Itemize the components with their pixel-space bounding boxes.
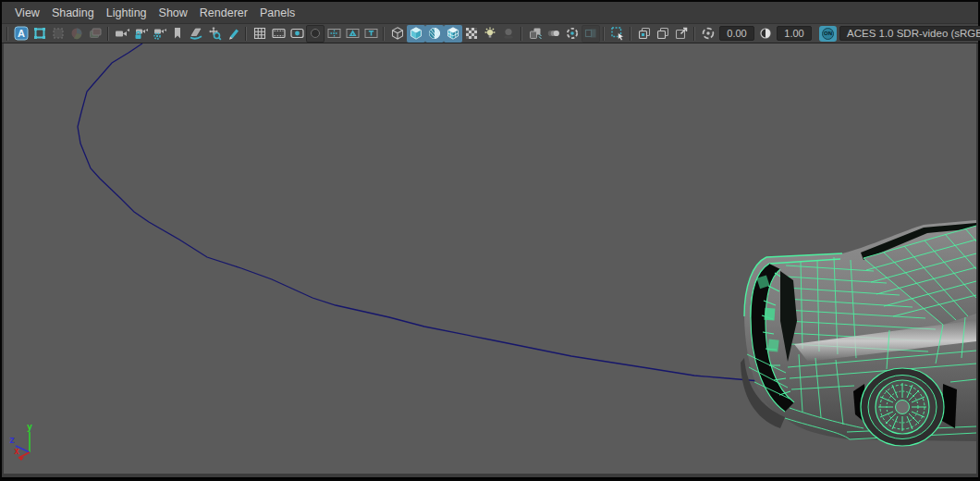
toolbar-separator: [107, 27, 110, 41]
textured-button[interactable]: [444, 25, 462, 43]
viewport-3d[interactable]: y z x: [2, 43, 978, 474]
grid-icon: [252, 26, 267, 41]
toolbar-separator: [6, 27, 9, 41]
snapshot-layer-button[interactable]: [635, 25, 654, 43]
exposure-button[interactable]: [699, 25, 717, 43]
maya-viewport-panel: View Shading Lighting Show Renderer Pane…: [0, 0, 980, 481]
motion-blur-button[interactable]: [545, 25, 563, 43]
lock-camera-icon: [133, 26, 149, 41]
toolbar-separator: [245, 27, 248, 41]
export-view-icon: [674, 26, 689, 41]
color-management-group: ON ACES 1.0 SDR-video (sRGB): [699, 25, 980, 43]
color-management-toggle[interactable]: ON: [819, 26, 837, 42]
menu-lighting[interactable]: Lighting: [106, 6, 147, 19]
axis-triad: y z x: [9, 422, 32, 461]
gamma-button[interactable]: [756, 25, 775, 43]
camera-attributes-button[interactable]: [150, 25, 168, 43]
exposure-input[interactable]: [719, 26, 754, 41]
depth-of-field-button[interactable]: [582, 25, 600, 43]
gate-mask-icon: [308, 26, 323, 41]
film-gate-icon: [271, 26, 287, 41]
safe-action-icon: [345, 26, 361, 41]
gamma-input[interactable]: [777, 26, 812, 41]
selection-frame-button[interactable]: [31, 25, 49, 43]
snapshot-layer-icon: [637, 26, 652, 41]
svg-text:x: x: [14, 446, 19, 456]
wireframe-button[interactable]: [388, 25, 407, 43]
safe-title-button[interactable]: [361, 25, 380, 43]
pie-chart-button[interactable]: [67, 25, 86, 43]
isolate-select-button[interactable]: [608, 25, 627, 43]
isolate-select-icon: [610, 26, 626, 41]
safe-action-button[interactable]: [343, 25, 361, 43]
duplicate-view-button[interactable]: [654, 25, 672, 43]
toolbar-separator: [693, 27, 696, 41]
motion-path-curve[interactable]: [78, 43, 760, 381]
gamma-icon: [758, 26, 773, 41]
menu-show[interactable]: Show: [159, 6, 188, 19]
anti-aliasing-button[interactable]: [563, 25, 582, 43]
lock-camera-button[interactable]: [131, 25, 150, 43]
view-transform-field[interactable]: ACES 1.0 SDR-video (sRGB): [839, 26, 980, 41]
grid-button[interactable]: [251, 25, 269, 43]
toolbar-separator: [521, 27, 523, 41]
menu-view[interactable]: View: [15, 6, 40, 19]
ambient-occlusion-button[interactable]: [526, 25, 545, 43]
ambient-occlusion-icon: [528, 26, 543, 41]
shadows-icon: [501, 26, 516, 41]
field-chart-icon: [326, 26, 342, 41]
depth-of-field-icon: [583, 26, 598, 41]
toolbar-separator: [630, 27, 632, 41]
shadows-button[interactable]: [499, 25, 518, 43]
toolbar-separator: [603, 27, 606, 41]
marquee-icon: [51, 26, 66, 41]
svg-text:z: z: [9, 435, 15, 445]
images-icon: [88, 26, 103, 41]
grease-pencil-button[interactable]: [224, 25, 242, 43]
motion-blur-icon: [546, 26, 561, 41]
svg-text:y: y: [27, 422, 32, 432]
anti-aliasing-icon: [565, 26, 580, 41]
select-camera-button[interactable]: [113, 25, 131, 43]
marquee-button[interactable]: [49, 25, 67, 43]
panel-menubar: View Shading Lighting Show Renderer Pane…: [2, 2, 978, 24]
camera-attributes-icon: [152, 26, 167, 41]
export-view-button[interactable]: [672, 25, 691, 43]
menu-panels[interactable]: Panels: [260, 6, 295, 19]
wireframe-on-shaded-button[interactable]: [425, 25, 444, 43]
film-gate-button[interactable]: [269, 25, 288, 43]
wireframe-icon: [390, 26, 405, 41]
wireframe-on-shaded-icon: [427, 26, 442, 41]
resolution-gate-icon: [289, 26, 305, 41]
bookmark-button[interactable]: [168, 25, 187, 43]
bookmark-icon: [170, 26, 185, 41]
letter-a-button[interactable]: A: [12, 25, 31, 43]
safe-title-icon: [363, 26, 379, 41]
exposure-icon: [701, 26, 716, 41]
textured-icon: [446, 26, 460, 41]
shaded-icon: [409, 26, 423, 41]
menu-shading[interactable]: Shading: [52, 6, 94, 19]
use-default-material-icon: [464, 26, 479, 41]
select-camera-icon: [115, 26, 130, 41]
gate-mask-button[interactable]: [306, 25, 325, 43]
menu-renderer[interactable]: Renderer: [200, 6, 248, 19]
shaded-button[interactable]: [407, 25, 425, 43]
image-plane-icon: [189, 26, 203, 41]
toolbar-separator: [383, 27, 386, 41]
letter-a-icon: A: [14, 26, 29, 41]
resolution-gate-button[interactable]: [288, 25, 306, 43]
field-chart-button[interactable]: [325, 25, 343, 43]
selection-frame-icon: [32, 26, 47, 41]
images-button[interactable]: [86, 25, 104, 43]
use-default-material-button[interactable]: [462, 25, 481, 43]
svg-text:A: A: [18, 28, 25, 39]
image-plane-button[interactable]: [187, 25, 205, 43]
panel-toolbar: A: [2, 24, 978, 43]
lights-button[interactable]: [481, 25, 499, 43]
pan-zoom-icon: [207, 26, 222, 41]
car-model[interactable]: [741, 220, 976, 446]
pan-zoom-button[interactable]: [205, 25, 224, 43]
lights-icon: [483, 26, 497, 41]
grease-pencil-icon: [226, 26, 240, 41]
